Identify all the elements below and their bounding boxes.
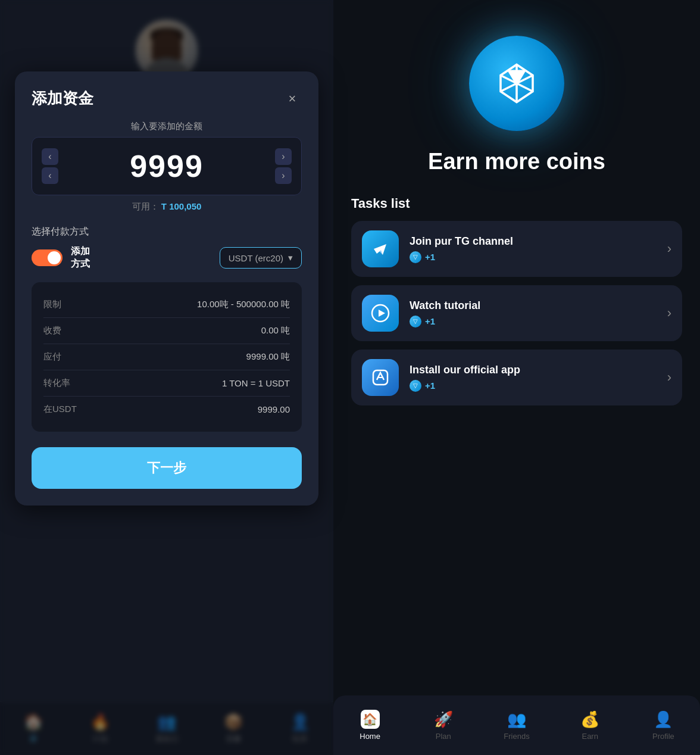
reward-icon-tg: ▽ — [410, 251, 421, 263]
available-amount: T 100,050 — [161, 201, 202, 211]
rate-val: 1 TON = 1 USDT — [222, 378, 290, 388]
left-arrows: ‹ ‹ — [42, 148, 58, 184]
usdt-val: 9999.00 — [258, 404, 290, 414]
decrement-large-button[interactable]: ‹ — [42, 148, 58, 165]
task-arrow-watch: › — [667, 305, 671, 321]
due-val: 9999.00 吨 — [246, 351, 290, 363]
tg-icon — [362, 230, 399, 267]
nav-friends-right[interactable]: 👥 Friends — [480, 710, 553, 741]
tasks-label: Tasks list — [351, 196, 682, 211]
task-info-tg: Join pur TG channel ▽ +1 — [410, 235, 661, 263]
input-label: 输入要添加的金额 — [32, 121, 302, 132]
modal-title: 添加资金 — [32, 88, 93, 109]
right-arrows: › › — [275, 148, 292, 184]
svg-marker-1 — [379, 310, 385, 317]
add-funds-modal: 添加资金 × 输入要添加的金额 ‹ ‹ 9999 › › 可用： T 100,0… — [15, 71, 318, 506]
info-row-limit: 限制 10.00吨 - 500000.00 吨 — [43, 292, 290, 318]
decrement-small-button[interactable]: ‹ — [42, 167, 58, 184]
task-title-app: Install our official app — [410, 364, 661, 376]
task-arrow-tg: › — [667, 241, 671, 257]
nav-home-right[interactable]: 🏠 Home — [333, 710, 407, 741]
home-label-right: Home — [360, 732, 380, 741]
add-method-label: 添加方式 — [71, 245, 90, 270]
dropdown-arrow-icon: ▾ — [288, 252, 293, 263]
available-label: 可用： — [132, 201, 159, 211]
payment-label: 选择付款方式 — [32, 226, 302, 238]
plan-icon-right: 🚀 — [434, 710, 453, 729]
friends-icon-right: 👥 — [507, 710, 526, 729]
rate-key: 转化率 — [43, 378, 70, 389]
increment-small-button[interactable]: › — [275, 167, 292, 184]
task-info-app: Install our official app ▽ +1 — [410, 364, 661, 392]
earn-label-right: Earn — [582, 732, 598, 741]
reward-text-tg: +1 — [425, 252, 435, 262]
earn-title: Earn more coins — [428, 149, 605, 174]
task-reward-app: ▽ +1 — [410, 380, 661, 392]
task-title-watch: Watch tutorial — [410, 299, 661, 312]
profile-icon-right: 👤 — [654, 710, 673, 729]
reward-icon-watch: ▽ — [410, 316, 421, 327]
tasks-section: Tasks list Join pur TG channel ▽ +1 › — [333, 196, 700, 414]
task-arrow-app: › — [667, 370, 671, 385]
limit-val: 10.00吨 - 500000.00 吨 — [197, 299, 290, 310]
play-icon — [362, 295, 399, 332]
reward-text-watch: +1 — [425, 316, 435, 326]
usdt-key: 在USDT — [43, 404, 77, 415]
fee-key: 收费 — [43, 325, 61, 336]
profile-label-right: Profile — [652, 732, 674, 741]
info-row-usdt: 在USDT 9999.00 — [43, 397, 290, 422]
nav-earn-right[interactable]: 💰 Earn — [554, 710, 627, 741]
plan-label-right: Plan — [436, 732, 451, 741]
right-bottom-nav: 🏠 Home 🚀 Plan 👥 Friends 💰 Earn 👤 Profile — [333, 695, 700, 755]
amount-input-box: ‹ ‹ 9999 › › — [32, 137, 302, 195]
ton-logo-area — [333, 0, 700, 149]
earn-icon-right: 💰 — [580, 710, 599, 729]
nav-profile-right[interactable]: 👤 Profile — [627, 710, 700, 741]
home-active-icon: 🏠 — [361, 710, 380, 729]
right-panel: Earn more coins Tasks list Join pur TG c… — [333, 0, 700, 755]
task-title-tg: Join pur TG channel — [410, 235, 661, 248]
toggle-knob — [48, 251, 61, 264]
amount-display: 9999 — [130, 148, 204, 184]
info-row-fee: 收费 0.00 吨 — [43, 318, 290, 344]
currency-select[interactable]: USDT (erc20) ▾ — [220, 247, 302, 269]
close-button[interactable]: × — [283, 89, 302, 108]
task-card-watch[interactable]: Watch tutorial ▽ +1 › — [351, 285, 682, 341]
fee-val: 0.00 吨 — [261, 325, 290, 336]
info-row-due: 应付 9999.00 吨 — [43, 344, 290, 370]
info-row-rate: 转化率 1 TON = 1 USDT — [43, 370, 290, 397]
ton-logo-circle — [469, 36, 564, 131]
app-icon — [362, 359, 399, 396]
ton-logo-icon — [490, 57, 543, 110]
increment-large-button[interactable]: › — [275, 148, 292, 165]
nav-plan-right[interactable]: 🚀 Plan — [407, 710, 480, 741]
friends-label-right: Friends — [504, 732, 529, 741]
task-reward-tg: ▽ +1 — [410, 251, 661, 263]
available-row: 可用： T 100,050 — [32, 201, 302, 213]
payment-row: 添加方式 USDT (erc20) ▾ — [32, 245, 302, 270]
payment-toggle[interactable] — [32, 249, 62, 266]
due-key: 应付 — [43, 351, 61, 363]
next-button[interactable]: 下一步 — [32, 447, 302, 489]
task-card-tg[interactable]: Join pur TG channel ▽ +1 › — [351, 221, 682, 277]
reward-icon-app: ▽ — [410, 380, 421, 392]
reward-text-app: +1 — [425, 380, 435, 391]
currency-label: USDT (erc20) — [229, 253, 283, 263]
task-info-watch: Watch tutorial ▽ +1 — [410, 299, 661, 327]
modal-header: 添加资金 × — [32, 88, 302, 109]
info-table: 限制 10.00吨 - 500000.00 吨 收费 0.00 吨 应付 999… — [32, 282, 302, 432]
task-reward-watch: ▽ +1 — [410, 316, 661, 327]
left-panel: 添加资金 × 输入要添加的金额 ‹ ‹ 9999 › › 可用： T 100,0… — [0, 0, 333, 755]
task-card-app[interactable]: Install our official app ▽ +1 › — [351, 350, 682, 405]
limit-key: 限制 — [43, 299, 61, 310]
